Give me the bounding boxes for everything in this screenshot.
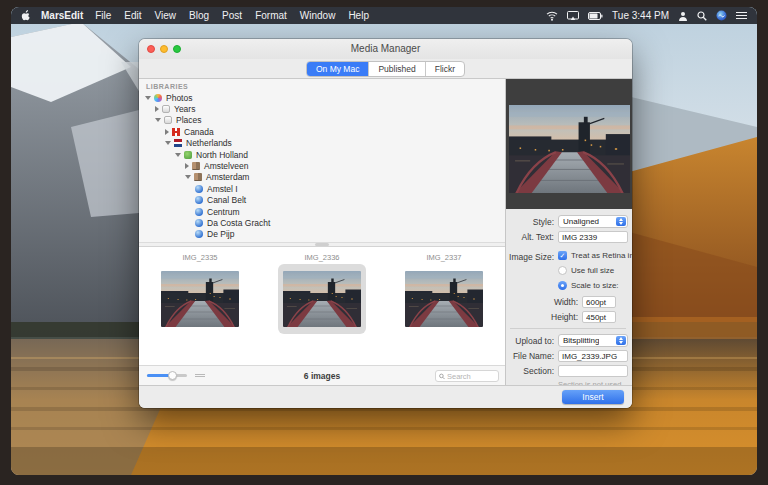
menu-edit[interactable]: Edit	[124, 10, 141, 21]
flag-netherlands-icon	[174, 139, 182, 147]
source-tabs: On My MacPublishedFlickr	[306, 61, 465, 77]
menu-window[interactable]: Window	[300, 10, 336, 21]
window-toolbar: On My MacPublishedFlickr	[139, 59, 632, 79]
thumbnail-grid: IMG_2335IMG_2336IMG_2337	[139, 247, 505, 365]
menu-post[interactable]: Post	[222, 10, 242, 21]
upload-to-value: Bitsplitting	[563, 336, 599, 345]
thumbnail-img-2336[interactable]: IMG_2336	[278, 253, 366, 338]
retina-checkbox-label: Treat as Retina image	[571, 251, 632, 260]
upload-to-popup[interactable]: Bitsplitting	[558, 334, 628, 347]
thumbnail-image[interactable]	[278, 264, 366, 334]
thumbnail-name: IMG_2335	[156, 253, 244, 262]
airplay-display-icon[interactable]	[567, 11, 579, 21]
sidebar-item-da-costa-gracht[interactable]: Da Costa Gracht	[139, 217, 505, 228]
sidebar-item-amstelveen[interactable]: Amstelveen	[139, 160, 505, 171]
inspector-divider	[510, 328, 626, 329]
alt-text-field[interactable]	[558, 231, 628, 243]
window-titlebar[interactable]: Media Manager	[139, 39, 632, 59]
sidebar-item-label: De Pijp	[207, 229, 234, 239]
thumbnail-img-2335[interactable]: IMG_2335	[156, 253, 244, 338]
file-name-label: File Name:	[508, 351, 554, 361]
sidebar-item-amstel-i[interactable]: Amstel I	[139, 183, 505, 194]
library-pane: LIBRARIES PhotosYearsPlacesCanadaNetherl…	[139, 79, 505, 385]
disclosure-triangle-icon[interactable]	[145, 96, 151, 100]
sidebar-item-canada[interactable]: Canada	[139, 126, 505, 137]
globe-icon	[195, 208, 203, 216]
search-icon[interactable]	[697, 11, 707, 21]
menu-blog[interactable]: Blog	[189, 10, 209, 21]
photos-icon	[154, 94, 162, 102]
sidebar-item-label: Canada	[184, 127, 214, 137]
status-bar: 6 images	[139, 365, 505, 385]
disclosure-triangle-icon[interactable]	[185, 163, 189, 169]
sidebar-item-canal-belt[interactable]: Canal Belt	[139, 195, 505, 206]
thumbnail-image[interactable]	[400, 264, 488, 334]
scale-to-size-radio[interactable]	[558, 281, 567, 290]
section-field[interactable]	[558, 365, 628, 377]
menu-items: FileEditViewBlogPostFormatWindowHelp	[95, 10, 369, 21]
sidebar-item-label: Photos	[166, 93, 192, 103]
menu-bar: MarsEdit FileEditViewBlogPostFormatWindo…	[11, 7, 757, 24]
sidebar-item-places[interactable]: Places	[139, 115, 505, 126]
battery-icon[interactable]	[588, 12, 603, 20]
notification-center-icon[interactable]	[736, 11, 747, 20]
height-field[interactable]	[582, 311, 616, 323]
style-label: Style:	[508, 217, 554, 227]
menu-view[interactable]: View	[155, 10, 177, 21]
menu-file[interactable]: File	[95, 10, 111, 21]
menu-format[interactable]: Format	[255, 10, 287, 21]
apple-menu-icon[interactable]	[21, 10, 30, 21]
sidebar-item-years[interactable]: Years	[139, 103, 505, 114]
height-label: Height:	[548, 312, 578, 322]
sidebar-item-label: Centrum	[207, 207, 240, 217]
flag-canada-icon	[172, 128, 180, 136]
sidebar-item-centrum[interactable]: Centrum	[139, 206, 505, 217]
use-full-size-label: Use full size	[571, 266, 614, 275]
sidebar-item-label: Da Costa Gracht	[207, 218, 270, 228]
search-field[interactable]	[435, 370, 499, 382]
insert-button[interactable]: Insert	[562, 390, 624, 404]
tab-published[interactable]: Published	[369, 62, 425, 76]
disclosure-triangle-icon[interactable]	[165, 129, 169, 135]
tab-on-my-mac[interactable]: On My Mac	[307, 62, 369, 76]
globe-icon	[195, 185, 203, 193]
alt-text-label: Alt. Text:	[508, 232, 554, 242]
libraries-header: LIBRARIES	[139, 81, 505, 92]
sidebar-item-netherlands[interactable]: Netherlands	[139, 138, 505, 149]
menu-bar-clock[interactable]: Tue 3:44 PM	[612, 10, 669, 21]
sidebar-item-label: Amstel I	[207, 184, 238, 194]
user-icon[interactable]	[678, 11, 688, 21]
disclosure-triangle-icon[interactable]	[155, 106, 159, 112]
tab-flickr[interactable]: Flickr	[426, 62, 464, 76]
use-full-size-radio[interactable]	[558, 266, 567, 275]
inspector-panel: Style: Unaligned Alt. Text: Image Size:	[505, 79, 632, 385]
search-magnifier-icon	[439, 373, 445, 380]
sidebar-item-photos[interactable]: Photos	[139, 92, 505, 103]
scale-to-size-label: Scale to size:	[571, 281, 619, 290]
disclosure-triangle-icon[interactable]	[185, 175, 191, 179]
thumbnail-name: IMG_2336	[278, 253, 366, 262]
retina-checkbox[interactable]: ✓	[558, 251, 567, 260]
preview-photo	[509, 105, 630, 193]
album-icon	[162, 105, 170, 113]
sidebar-item-amsterdam[interactable]: Amsterdam	[139, 172, 505, 183]
file-name-field[interactable]	[558, 350, 628, 362]
siri-icon[interactable]	[716, 10, 727, 21]
sidebar-item-de-pijp[interactable]: De Pijp	[139, 229, 505, 240]
menu-help[interactable]: Help	[348, 10, 369, 21]
globe-icon	[195, 219, 203, 227]
disclosure-triangle-icon[interactable]	[175, 153, 181, 157]
app-menu-title[interactable]: MarsEdit	[41, 10, 83, 21]
disclosure-triangle-icon[interactable]	[155, 118, 161, 122]
city-icon	[194, 173, 202, 181]
thumbnail-image[interactable]	[156, 264, 244, 334]
wifi-icon[interactable]	[546, 11, 558, 21]
city-icon	[192, 162, 200, 170]
style-popup[interactable]: Unaligned	[558, 215, 628, 228]
width-field[interactable]	[582, 296, 616, 308]
thumbnail-img-2337[interactable]: IMG_2337	[400, 253, 488, 338]
album-icon	[164, 116, 172, 124]
search-input[interactable]	[447, 372, 495, 381]
sidebar-item-north-holland[interactable]: North Holland	[139, 149, 505, 160]
disclosure-triangle-icon[interactable]	[165, 141, 171, 145]
